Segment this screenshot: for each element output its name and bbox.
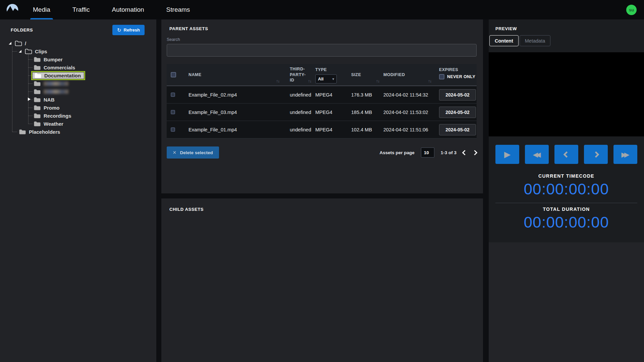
search-input[interactable]	[167, 44, 477, 57]
current-timecode-value: 00:00:00:00	[489, 180, 644, 198]
tab-automation-label: Automation	[112, 6, 144, 13]
tab-traffic[interactable]: Traffic	[69, 0, 93, 19]
top-nav: Media Traffic Automation Streams su	[0, 0, 644, 19]
fast-forward-icon: ▶▶	[622, 150, 630, 159]
parent-assets-title: PARENT ASSETS	[161, 19, 483, 31]
refresh-button[interactable]: ↻ Refresh	[112, 25, 145, 35]
asset-modified: 2024-04-02 11:51:06	[383, 127, 428, 132]
row-checkbox[interactable]	[171, 93, 175, 97]
folder-icon	[15, 41, 22, 46]
type-filter-dropdown[interactable]: All ▾	[315, 74, 337, 83]
select-all-checkbox[interactable]	[171, 72, 176, 77]
redacted-folder-label	[44, 89, 68, 94]
expires-date-button[interactable]: 2024-05-02	[439, 107, 476, 118]
folder-item-nab[interactable]: NAB	[0, 96, 156, 104]
play-button[interactable]: ▶	[495, 145, 519, 164]
expander-slot	[27, 89, 33, 94]
tab-media[interactable]: Media	[30, 0, 54, 19]
table-row[interactable]: Example_File_01.mp4 undefined MPEG4 102.…	[167, 121, 477, 138]
step-forward-button[interactable]	[584, 145, 608, 164]
selected-folder-highlight[interactable]: Documentation	[32, 72, 84, 79]
search-label: Search	[167, 37, 478, 42]
asset-modified: 2024-04-02 11:54:32	[383, 92, 428, 98]
expander-slot	[27, 105, 33, 110]
brand-logo-icon	[5, 3, 20, 16]
folder-item-recordings[interactable]: Recordings	[0, 112, 156, 120]
folder-tree: / Clips Bumper Commercials	[0, 39, 156, 136]
total-duration-value: 00:00:00:00	[489, 213, 644, 231]
folder-item-redacted[interactable]	[0, 79, 156, 87]
expander-slot	[27, 73, 33, 78]
expander-slot	[27, 81, 33, 86]
folder-item-weather[interactable]: Weather	[0, 120, 156, 128]
folder-label: Recordings	[44, 113, 71, 119]
per-page-input[interactable]	[421, 147, 434, 158]
user-avatar[interactable]: su	[626, 5, 637, 15]
folder-icon	[25, 49, 32, 54]
tab-automation[interactable]: Automation	[108, 0, 147, 19]
refresh-icon: ↻	[117, 27, 121, 33]
asset-name: Example_File_03.mp4	[189, 110, 237, 115]
next-page-icon[interactable]	[472, 150, 478, 155]
expander-expanded-icon[interactable]	[18, 49, 24, 54]
delete-selected-button[interactable]: × Delete selected	[167, 146, 219, 159]
tab-streams[interactable]: Streams	[163, 0, 194, 19]
folder-item-bumper[interactable]: Bumper	[0, 55, 156, 63]
folder-icon	[34, 121, 41, 127]
sort-size-icon[interactable]: ↑↓	[376, 79, 379, 83]
expander-collapsed-icon[interactable]	[27, 97, 33, 102]
timecode-divider	[495, 203, 637, 203]
redacted-folder-label	[44, 81, 68, 86]
app-root: Media Traffic Automation Streams su FOLD…	[0, 0, 644, 362]
never-only-checkbox[interactable]	[439, 74, 444, 79]
parent-assets-panel: PARENT ASSETS Search NAME ↑↓ THIRD-PARTY…	[161, 19, 483, 193]
expires-date-button[interactable]: 2024-05-02	[439, 89, 476, 101]
column-size: SIZE	[351, 72, 361, 78]
rewind-button[interactable]: ◀◀	[525, 145, 549, 164]
folder-label: /	[25, 41, 26, 46]
folder-item-placeholders[interactable]: Placeholders	[0, 128, 156, 136]
tab-content[interactable]: Content	[489, 35, 519, 46]
folder-label: Weather	[44, 121, 63, 127]
row-checkbox[interactable]	[171, 127, 175, 132]
expires-date-button[interactable]: 2024-05-02	[439, 124, 476, 135]
folder-icon	[34, 89, 41, 95]
delete-selected-label: Delete selected	[180, 150, 213, 155]
sort-third-party-icon[interactable]: ↑↓	[308, 79, 311, 83]
asset-type: MPEG4	[315, 110, 332, 115]
sort-name-icon[interactable]: ↑↓	[276, 79, 279, 83]
column-name: NAME	[189, 72, 201, 78]
primary-nav-tabs: Media Traffic Automation Streams	[30, 0, 209, 19]
tab-content-label: Content	[495, 38, 513, 44]
asset-size: 176.3 MB	[351, 92, 372, 98]
table-row[interactable]: Example_File_02.mp4 undefined MPEG4 176.…	[167, 86, 477, 104]
folder-item-commercials[interactable]: Commercials	[0, 63, 156, 71]
folder-icon	[34, 97, 41, 103]
folder-item-promo[interactable]: Promo	[0, 104, 156, 112]
folder-item-documentation-selected[interactable]: Documentation	[0, 71, 156, 79]
row-checkbox[interactable]	[171, 110, 175, 114]
tab-metadata[interactable]: Metadata	[520, 35, 550, 46]
folder-item-root[interactable]: /	[0, 39, 156, 47]
table-row[interactable]: Example_File_03.mp4 undefined MPEG4 185.…	[167, 104, 477, 121]
video-preview-area	[489, 52, 644, 136]
folder-label: Documentation	[44, 73, 81, 78]
current-timecode-label: CURRENT TIMECODE	[489, 173, 644, 179]
total-duration-label: TOTAL DURATION	[489, 206, 644, 212]
tab-metadata-label: Metadata	[525, 38, 545, 44]
folders-title: FOLDERS	[11, 27, 33, 33]
refresh-label: Refresh	[124, 27, 140, 33]
column-modified: MODIFIED	[383, 72, 405, 78]
play-icon: ▶	[504, 149, 511, 159]
child-assets-panel: CHILD ASSETS	[161, 198, 483, 362]
asset-size: 185.4 MB	[351, 110, 372, 115]
prev-page-icon[interactable]	[462, 150, 468, 155]
folder-item-redacted[interactable]	[0, 87, 156, 96]
asset-third-party-id: undefined	[290, 127, 311, 132]
fast-forward-button[interactable]: ▶▶	[613, 145, 637, 164]
delete-icon: ×	[173, 149, 176, 156]
folder-item-clips[interactable]: Clips	[0, 47, 156, 55]
sort-modified-icon[interactable]: ↑↓	[428, 79, 431, 83]
expander-expanded-icon[interactable]	[8, 41, 14, 46]
step-backward-button[interactable]	[554, 145, 578, 164]
